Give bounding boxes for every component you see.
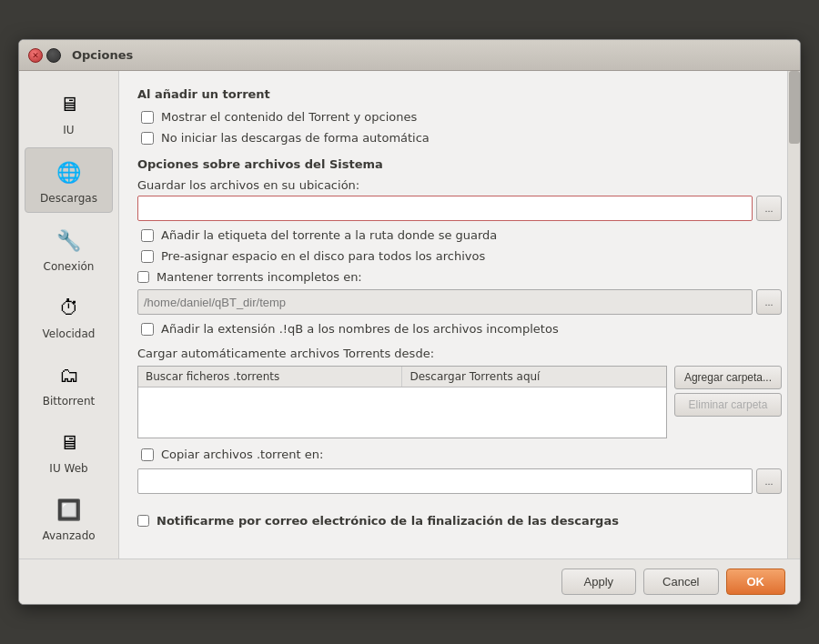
sidebar-label-descargas: Descargas	[40, 192, 97, 205]
conexion-icon: 🔧	[53, 224, 86, 257]
checkbox-keep-incomplete[interactable]	[137, 271, 149, 283]
bottom-bar: Apply Cancel OK	[19, 558, 800, 604]
sidebar-item-bittorrent[interactable]: 🗂 Bittorrent	[25, 351, 113, 415]
iu-web-icon: 🖥	[53, 426, 86, 458]
table-header: Buscar ficheros .torrents Descargar Torr…	[138, 367, 666, 387]
auto-load-table: Buscar ficheros .torrents Descargar Torr…	[137, 366, 667, 438]
ok-button[interactable]: OK	[726, 569, 786, 595]
table-col-download[interactable]: Descargar Torrents aquí	[402, 367, 665, 387]
sidebar-label-velocidad: Velocidad	[43, 327, 96, 340]
notification-label: Notificarme por correo electrónico de la…	[157, 514, 619, 528]
copy-torrent-input-row: ...	[137, 468, 782, 494]
incomplete-browse-btn[interactable]: ...	[756, 289, 782, 315]
preallocate-label: Pre-asignar espacio en el disco para tod…	[161, 249, 485, 263]
add-label-text: Añadir la etiqueta del torrente a la rut…	[161, 228, 497, 242]
show-content-label: Mostrar el contenido del Torrent y opcio…	[161, 110, 417, 124]
descargas-icon: 🌐	[53, 156, 86, 188]
avanzado-icon: 🔲	[53, 493, 86, 526]
files-section-title: Opciones sobre archivos del Sistema	[137, 157, 782, 171]
bittorrent-icon: 🗂	[53, 358, 86, 391]
sidebar-label-iu-web: IU Web	[49, 462, 87, 475]
checkbox-no-auto-start[interactable]	[141, 132, 154, 145]
save-location-label: Guardar los archivos en su ubicación:	[137, 178, 782, 192]
save-location-browse-btn[interactable]: ...	[756, 196, 782, 221]
show-content-row: Mostrar el contenido del Torrent y opcio…	[137, 110, 782, 124]
save-location-input[interactable]	[137, 196, 753, 221]
notification-row: Notificarme por correo electrónico de la…	[137, 514, 782, 528]
main-content: Al añadir un torrent Mostrar el contenid…	[119, 71, 800, 558]
incomplete-path-input[interactable]	[137, 289, 753, 315]
copy-torrent-section: Copiar archivos .torrent en: ...	[137, 448, 782, 494]
incomplete-path-row: ...	[137, 289, 782, 315]
sidebar-item-descargas[interactable]: 🌐 Descargas	[25, 147, 113, 213]
add-extension-label: Añadir la extensión .!qB a los nombres d…	[161, 322, 559, 336]
scrollbar-thumb	[789, 71, 800, 144]
add-label-row: Añadir la etiqueta del torrente a la rut…	[137, 228, 782, 242]
sidebar-label-avanzado: Avanzado	[42, 529, 95, 542]
auto-load-table-container: Buscar ficheros .torrents Descargar Torr…	[137, 366, 782, 438]
window-title: Opciones	[72, 48, 133, 62]
auto-load-label: Cargar automáticamente archivos Torrents…	[137, 347, 782, 360]
iu-icon: 🖥	[53, 87, 86, 120]
sidebar-label-bittorrent: Bittorrent	[43, 395, 95, 408]
checkbox-copy-torrent[interactable]	[141, 448, 154, 461]
sidebar-label-conexion: Conexión	[44, 260, 95, 273]
table-col-search[interactable]: Buscar ficheros .torrents	[138, 367, 402, 387]
sidebar-item-conexion[interactable]: 🔧 Conexión	[25, 216, 113, 280]
no-auto-start-row: No iniciar las descargas de forma automá…	[137, 131, 782, 145]
checkbox-add-label[interactable]	[141, 229, 154, 242]
save-location-row: ...	[137, 196, 782, 221]
sidebar-item-velocidad[interactable]: ⏱ Velocidad	[25, 284, 113, 347]
sidebar-label-iu: IU	[63, 124, 74, 136]
copy-torrent-input[interactable]	[137, 468, 753, 494]
torrent-section-title: Al añadir un torrent	[137, 87, 782, 101]
checkbox-preallocate[interactable]	[141, 250, 154, 263]
incomplete-row: Mantener torrents incompletos en:	[137, 270, 782, 284]
no-auto-start-label: No iniciar las descargas de forma automá…	[161, 131, 430, 145]
sidebar-item-iu[interactable]: 🖥 IU	[25, 80, 113, 144]
sidebar-item-avanzado[interactable]: 🔲 Avanzado	[25, 486, 113, 549]
table-body	[138, 387, 666, 438]
extension-row: Añadir la extensión .!qB a los nombres d…	[137, 322, 782, 336]
auto-load-section: Cargar automáticamente archivos Torrents…	[137, 347, 782, 438]
window-controls: ✕	[28, 48, 61, 63]
copy-torrent-label: Copiar archivos .torrent en:	[161, 448, 323, 461]
scrollbar[interactable]	[787, 71, 800, 558]
window-body: 🖥 IU 🌐 Descargas 🔧 Conexión ⏱ Velocidad …	[19, 71, 800, 558]
sidebar-item-iu-web[interactable]: 🖥 IU Web	[25, 418, 113, 482]
table-action-buttons: Agregar carpeta... Eliminar carpeta	[674, 366, 782, 438]
main-window: ✕ Opciones 🖥 IU 🌐 Descargas 🔧 Conexión ⏱…	[18, 39, 801, 605]
copy-torrent-row: Copiar archivos .torrent en:	[137, 448, 782, 461]
remove-folder-btn[interactable]: Eliminar carpeta	[674, 393, 782, 417]
checkbox-add-extension[interactable]	[141, 323, 154, 336]
preallocate-row: Pre-asignar espacio en el disco para tod…	[137, 249, 782, 263]
titlebar: ✕ Opciones	[19, 40, 800, 71]
checkbox-notification[interactable]	[137, 515, 149, 527]
minimize-button[interactable]	[46, 48, 61, 63]
notification-section: Notificarme por correo electrónico de la…	[137, 507, 782, 535]
sidebar: 🖥 IU 🌐 Descargas 🔧 Conexión ⏱ Velocidad …	[19, 71, 119, 558]
keep-incomplete-label: Mantener torrents incompletos en:	[157, 270, 362, 284]
velocidad-icon: ⏱	[53, 291, 86, 324]
add-folder-btn[interactable]: Agregar carpeta...	[674, 366, 782, 389]
copy-torrent-browse-btn[interactable]: ...	[756, 468, 782, 494]
apply-button[interactable]: Apply	[561, 569, 637, 595]
close-button[interactable]: ✕	[28, 48, 43, 63]
cancel-button[interactable]: Cancel	[643, 569, 718, 595]
checkbox-show-content[interactable]	[141, 111, 154, 124]
